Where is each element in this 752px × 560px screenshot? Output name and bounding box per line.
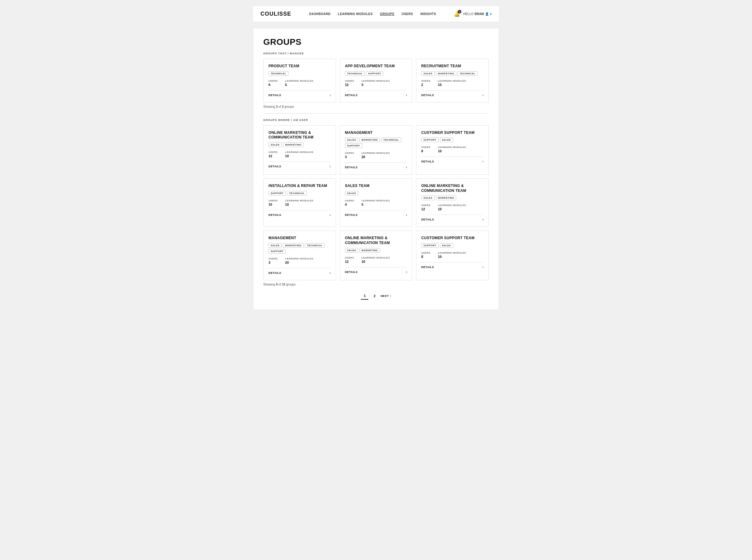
nav: COULISSE DASHBOARDLEARNING MODULESGROUPS…: [253, 6, 499, 22]
hello-text: HELLO: [463, 12, 474, 16]
details-label: DETAILS: [269, 272, 281, 275]
nav-link-insights[interactable]: INSIGHTS: [420, 12, 436, 16]
users-label: USERS: [269, 257, 278, 260]
group-card: INSTALLATION & REPAIR TEAMSUPPORTTECHNIC…: [263, 178, 336, 227]
card-details-button[interactable]: DETAILS›: [421, 215, 483, 222]
card-stats: USERS3LEARNING MODULES20: [345, 152, 407, 159]
modules-label: LEARNING MODULES: [362, 199, 390, 202]
pagination: 12NEXT ›: [263, 292, 489, 300]
tag: SALES: [269, 243, 282, 248]
page-number-2[interactable]: 2: [371, 292, 378, 300]
card-stats: USERS15LEARNING MODULES10: [269, 199, 331, 206]
tag: SALES: [345, 248, 358, 253]
chevron-right-icon: ›: [330, 93, 331, 97]
card-title: ONLINE MARKETING & COMMUNICATION TEAM: [269, 131, 331, 140]
user-icon: 👤: [485, 12, 489, 16]
nav-link-groups[interactable]: GROUPS: [380, 12, 394, 16]
tag: TECHNICAL: [305, 243, 325, 248]
card-details-button[interactable]: DETAILS›: [345, 90, 407, 97]
stat-modules: LEARNING MODULES5: [362, 80, 390, 86]
modules-value: 10: [285, 203, 313, 206]
tag: MARKETING: [436, 196, 457, 200]
tag: TECHNICAL: [381, 138, 401, 142]
chevron-right-icon: ›: [390, 295, 391, 298]
card-details-button[interactable]: DETAILS›: [421, 262, 483, 269]
modules-value: 10: [438, 255, 466, 259]
card-stats: USERS4LEARNING MODULES5: [345, 199, 407, 206]
next-label: NEXT: [381, 295, 389, 298]
page-number-1[interactable]: 1: [361, 292, 368, 300]
users-value: 3: [269, 261, 278, 264]
card-tags: SUPPORTTECHNICAL: [269, 191, 331, 196]
card-title: CUSTOMER SUPPORT TEAM: [421, 131, 483, 135]
stat-users: USERS3: [345, 152, 354, 159]
stat-modules: LEARNING MODULES20: [285, 257, 313, 264]
chevron-right-icon: ›: [406, 213, 407, 217]
card-details-button[interactable]: DETAILS›: [421, 157, 483, 164]
tag: SALES: [269, 142, 282, 147]
card-title: ONLINE MARKETING & COMMUNICATION TEAM: [345, 236, 407, 245]
chevron-right-icon: ›: [330, 164, 331, 168]
bell-badge: 5: [458, 10, 461, 14]
card-tags: SALESMARKETINGTECHNICALSUPPORT: [269, 243, 331, 254]
card-details-button[interactable]: DETAILS›: [269, 161, 331, 168]
tag: MARKETING: [283, 243, 304, 248]
card-tags: TECHNICAL: [269, 71, 331, 76]
stat-users: USERS15: [269, 199, 278, 206]
stat-users: USERS8: [421, 252, 430, 259]
card-title: APP DEVELOPMENT TEAM: [345, 64, 407, 69]
user-section-label: GROUPS WHERE I AM USER: [263, 119, 489, 122]
next-button[interactable]: NEXT ›: [381, 295, 391, 298]
modules-value: 10: [285, 154, 313, 158]
group-card: SALES TEAMSALESUSERS4LEARNING MODULES5DE…: [340, 178, 412, 227]
modules-value: 5: [362, 203, 390, 206]
group-card: CUSTOMER SUPPORT TEAMSUPPORTSALESUSERS8L…: [416, 125, 489, 175]
card-details-button[interactable]: DETAILS›: [269, 90, 331, 97]
stat-users: USERS4: [345, 199, 354, 206]
tag: MARKETING: [283, 142, 304, 147]
card-details-button[interactable]: DETAILS›: [421, 90, 483, 97]
details-label: DETAILS: [421, 94, 434, 97]
managed-section-label: GROUPS THAT I MANAGE: [263, 52, 489, 55]
card-tags: SALESMARKETING: [345, 248, 407, 253]
main-content: GROUPS GROUPS THAT I MANAGE PRODUCT TEAM…: [253, 28, 499, 310]
nav-links: DASHBOARDLEARNING MODULESGROUPSUSERSINSI…: [309, 12, 436, 16]
nav-link-users[interactable]: USERS: [402, 12, 413, 16]
card-details-button[interactable]: DETAILS›: [345, 162, 407, 169]
modules-label: LEARNING MODULES: [362, 256, 390, 259]
bell-icon[interactable]: 🔔 5: [454, 11, 460, 17]
chevron-right-icon: ›: [330, 271, 331, 275]
tag: TECHNICAL: [345, 71, 365, 76]
group-card: MANAGEMENTSALESMARKETINGTECHNICALSUPPORT…: [263, 231, 336, 280]
stat-users: USERS3: [269, 257, 278, 264]
card-details-button[interactable]: DETAILS›: [345, 210, 407, 217]
users-value: 12: [421, 207, 430, 211]
stat-users: USERS12: [269, 151, 278, 158]
card-details-button[interactable]: DETAILS›: [269, 210, 331, 217]
nav-link-dashboard[interactable]: DASHBOARD: [309, 12, 331, 16]
stat-modules: LEARNING MODULES10: [285, 151, 313, 158]
user-count: 9: [276, 283, 278, 286]
card-details-button[interactable]: DETAILS›: [345, 267, 407, 274]
stat-modules: LEARNING MODULES5: [362, 199, 390, 206]
details-label: DETAILS: [269, 94, 281, 97]
user-menu[interactable]: HELLO BRAM 👤 ▾: [463, 12, 491, 16]
group-card: PRODUCT TEAMTECHNICALUSERS6LEARNING MODU…: [263, 59, 336, 103]
users-label: USERS: [269, 80, 278, 82]
modules-value: 5: [285, 83, 313, 86]
chevron-right-icon: ›: [482, 217, 483, 222]
group-card: ONLINE MARKETING & COMMUNICATION TEAMSAL…: [416, 178, 489, 227]
modules-label: LEARNING MODULES: [285, 257, 313, 260]
user-name: BRAM: [475, 12, 484, 16]
stat-users: USERS8: [421, 146, 430, 153]
chevron-right-icon: ›: [406, 165, 407, 169]
nav-link-learning-modules[interactable]: LEARNING MODULES: [338, 12, 373, 16]
card-stats: USERS12LEARNING MODULES10: [345, 256, 407, 263]
details-label: DETAILS: [269, 213, 281, 217]
tag: SUPPORT: [269, 191, 286, 196]
users-label: USERS: [421, 252, 430, 254]
card-title: PRODUCT TEAM: [269, 64, 331, 69]
tag: SALES: [440, 138, 453, 142]
modules-label: LEARNING MODULES: [438, 146, 466, 148]
card-details-button[interactable]: DETAILS›: [269, 268, 331, 275]
